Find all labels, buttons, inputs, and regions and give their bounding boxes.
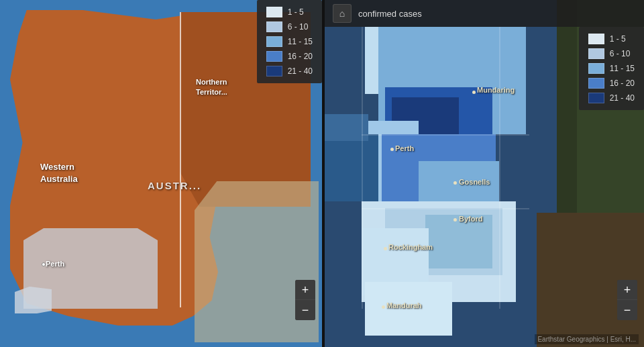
right-swatch-21-40	[588, 93, 604, 103]
swatch-21-40	[266, 66, 282, 77]
rockingham-dot	[384, 247, 387, 250]
map-divider	[322, 0, 325, 347]
right-swatch-11-15	[588, 63, 604, 74]
swatch-6-10	[266, 21, 282, 32]
mandurah-dot	[382, 305, 385, 309]
perth-dot-left	[42, 262, 46, 266]
right-swatch-1-5	[588, 34, 604, 44]
right-legend-item-3: 11 - 15	[588, 63, 635, 74]
right-zoom-controls[interactable]: + −	[617, 280, 637, 320]
grid-h1	[362, 134, 529, 136]
region-byford	[425, 215, 492, 268]
mundaring-dot	[472, 91, 476, 94]
byford-dot	[453, 218, 457, 221]
grid-h2	[362, 208, 529, 209]
right-legend-item-2: 6 - 10	[588, 48, 635, 59]
left-map[interactable]: Western Australia NorthernTerritor... AU…	[0, 0, 322, 347]
legend-item-2: 6 - 10	[266, 21, 313, 32]
right-zoom-in[interactable]: +	[617, 280, 637, 300]
swatch-1-5	[266, 7, 282, 17]
swatch-16-20	[266, 51, 282, 62]
left-zoom-controls[interactable]: + −	[295, 280, 315, 320]
perth-dot-right	[390, 148, 394, 151]
swatch-11-15	[266, 36, 282, 47]
legend-item-3: 11 - 15	[266, 36, 313, 47]
right-legend-item-4: 16 - 20	[588, 78, 635, 89]
left-legend: 1 - 5 6 - 10 11 - 15 16 - 20 21 - 40	[257, 0, 322, 83]
right-legend-item-5: 21 - 40	[588, 93, 635, 103]
state-border	[180, 12, 181, 307]
grid-v2	[499, 27, 500, 309]
confirmed-cases-title: confirmed cases	[358, 9, 422, 19]
right-map[interactable]: ⌂ confirmed cases 1 - 5 6 - 10 11 - 15 1…	[325, 0, 644, 347]
right-map-header: ⌂ confirmed cases	[325, 0, 644, 27]
legend-item-4: 16 - 20	[266, 51, 313, 62]
legend-item-1: 1 - 5	[266, 7, 313, 17]
right-swatch-16-20	[588, 78, 604, 89]
gosnells-dot	[453, 181, 457, 185]
left-zoom-out[interactable]: −	[295, 300, 315, 320]
home-button[interactable]: ⌂	[333, 4, 352, 23]
right-legend: 1 - 5 6 - 10 11 - 15 16 - 20 21 - 40	[579, 27, 644, 110]
right-legend-item-1: 1 - 5	[588, 34, 635, 44]
region-mandurah	[365, 282, 452, 336]
left-zoom-in[interactable]: +	[295, 280, 315, 300]
grid-v1	[362, 27, 363, 309]
wa-coast-islands	[15, 287, 52, 313]
map-attribution: Earthstar Geographics | Esri, H...	[535, 334, 639, 344]
ocean-inlet	[325, 134, 378, 201]
right-swatch-6-10	[588, 48, 604, 59]
right-zoom-out[interactable]: −	[617, 300, 637, 320]
legend-item-5: 21 - 40	[266, 66, 313, 77]
